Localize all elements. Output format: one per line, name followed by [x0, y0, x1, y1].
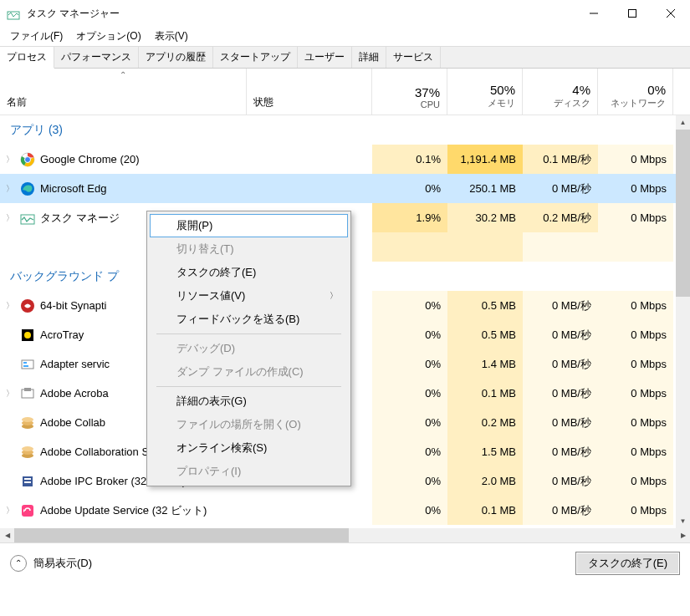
- scroll-down-icon[interactable]: ▼: [676, 514, 690, 528]
- chevron-up-icon: ⌃: [10, 555, 27, 572]
- context-menu-item: ファイルの場所を開く(O): [150, 413, 348, 436]
- process-icon: [20, 474, 35, 489]
- header-cpu[interactable]: 37% CPU: [372, 69, 447, 115]
- tab-users[interactable]: ユーザー: [298, 47, 352, 68]
- header-disk[interactable]: 4% ディスク: [523, 69, 598, 115]
- cpu-cell: 0%: [372, 437, 447, 466]
- header-name-label: 名前: [7, 95, 27, 109]
- menu-options[interactable]: オプション(O): [69, 28, 147, 45]
- tab-performance[interactable]: パフォーマンス: [54, 47, 139, 68]
- context-menu-item[interactable]: オンライン検索(S): [150, 436, 348, 460]
- app-icon: [7, 7, 20, 20]
- process-icon: [20, 415, 35, 430]
- process-icon: [20, 181, 35, 196]
- process-row[interactable]: 〉Google Chrome (20)0.1%1,191.4 MB0.1 MB/…: [0, 145, 676, 174]
- cpu-cell: 0%: [372, 320, 447, 349]
- vertical-scrollbar[interactable]: ▲ ▼: [676, 115, 690, 528]
- horizontal-scrollbar[interactable]: ◀ ▶: [0, 528, 690, 542]
- fewer-details-button[interactable]: ⌃ 簡易表示(D): [10, 555, 92, 572]
- tab-app-history[interactable]: アプリの履歴: [139, 47, 213, 68]
- expand-chevron-icon[interactable]: 〉: [3, 183, 17, 195]
- expand-chevron-icon[interactable]: 〉: [3, 388, 17, 400]
- header-status[interactable]: 状態: [247, 69, 372, 115]
- disk-cell: 0.1 MB/秒: [523, 145, 598, 174]
- expand-chevron-icon[interactable]: 〉: [3, 154, 17, 165]
- context-menu-item: デバッグ(D): [150, 337, 348, 360]
- network-cell: 0 Mbps: [598, 145, 673, 174]
- scroll-thumb[interactable]: [676, 130, 690, 297]
- menu-view[interactable]: 表示(V): [148, 28, 195, 45]
- svg-rect-14: [23, 362, 27, 364]
- process-name: Google Chrome (20): [40, 153, 140, 165]
- svg-rect-17: [24, 388, 31, 391]
- scroll-right-icon[interactable]: ▶: [676, 528, 690, 542]
- header-mem-label: メモリ: [488, 97, 515, 109]
- context-menu-item[interactable]: タスクの終了(E): [150, 261, 348, 284]
- process-name: 64-bit Synapti: [40, 299, 107, 312]
- network-cell: 0 Mbps: [598, 320, 673, 349]
- context-menu-item[interactable]: 展開(P): [150, 214, 348, 237]
- hscroll-thumb[interactable]: [14, 528, 349, 542]
- process-name-cell: 〉Google Chrome (20): [0, 152, 372, 167]
- header-disk-label: ディスク: [554, 97, 590, 109]
- svg-point-7: [25, 156, 31, 162]
- context-menu-item: ダンプ ファイルの作成(C): [150, 360, 348, 384]
- tab-processes[interactable]: プロセス: [0, 47, 54, 69]
- header-mem-pct: 50%: [490, 83, 515, 97]
- memory-cell: 2.0 MB: [447, 466, 523, 496]
- context-menu: 展開(P)切り替え(T)タスクの終了(E)リソース値(V)〉フィードバックを送る…: [146, 211, 351, 486]
- network-cell: 0 Mbps: [598, 291, 673, 320]
- svg-point-12: [24, 332, 31, 339]
- fewer-details-label: 簡易表示(D): [33, 556, 92, 571]
- memory-cell: 1.4 MB: [447, 349, 523, 379]
- end-task-button[interactable]: タスクの終了(E): [575, 552, 680, 575]
- memory-cell: 0.2 MB: [447, 408, 523, 437]
- svg-rect-13: [22, 360, 33, 369]
- menu-file[interactable]: ファイル(F): [3, 28, 69, 45]
- context-menu-item[interactable]: フィードバックを送る(B): [150, 308, 348, 331]
- titlebar: タスク マネージャー: [0, 0, 690, 27]
- header-network[interactable]: 0% ネットワーク: [598, 69, 673, 115]
- context-menu-item[interactable]: 詳細の表示(G): [150, 389, 348, 413]
- process-name-cell: 〉Adobe Update Service (32 ビット): [0, 503, 372, 518]
- memory-cell: 1.5 MB: [447, 437, 523, 466]
- context-menu-label: ファイルの場所を開く(O): [176, 417, 301, 432]
- footer: ⌃ 簡易表示(D) タスクの終了(E): [0, 542, 690, 583]
- process-icon: [20, 211, 35, 226]
- process-row[interactable]: 〉Adobe Update Service (32 ビット)0%0.1 MB0 …: [0, 496, 676, 525]
- group-apps[interactable]: アプリ (3): [0, 115, 676, 145]
- minimize-button[interactable]: [575, 0, 613, 27]
- context-menu-label: デバッグ(D): [176, 341, 235, 356]
- network-cell: 0 Mbps: [598, 437, 673, 466]
- memory-cell: 0.1 MB: [447, 379, 523, 408]
- tab-startup[interactable]: スタートアップ: [213, 47, 298, 68]
- process-name: Adobe Collab: [40, 416, 105, 429]
- tab-details[interactable]: 詳細: [352, 47, 386, 68]
- scroll-left-icon[interactable]: ◀: [0, 528, 14, 542]
- svg-rect-2: [629, 10, 636, 18]
- process-name-cell: 〉Microsoft Edg: [0, 181, 372, 196]
- disk-cell: 0 MB/秒: [523, 496, 598, 525]
- disk-cell: 0 MB/秒: [523, 349, 598, 379]
- process-icon: [20, 298, 35, 313]
- cpu-cell: 0%: [372, 496, 447, 525]
- memory-cell: 0.5 MB: [447, 291, 523, 320]
- process-row[interactable]: 〉Microsoft Edg0%250.1 MB0 MB/秒0 Mbps: [0, 174, 676, 203]
- close-button[interactable]: [652, 0, 690, 27]
- header-memory[interactable]: 50% メモリ: [447, 69, 523, 115]
- scroll-up-icon[interactable]: ▲: [676, 115, 690, 130]
- tab-services[interactable]: サービス: [386, 47, 441, 68]
- expand-chevron-icon[interactable]: 〉: [3, 212, 17, 224]
- header-cpu-pct: 37%: [415, 85, 440, 99]
- expand-chevron-icon[interactable]: 〉: [3, 505, 17, 517]
- svg-rect-26: [24, 481, 31, 483]
- expand-chevron-icon[interactable]: 〉: [3, 300, 17, 312]
- network-cell: 0 Mbps: [598, 203, 673, 232]
- context-menu-item[interactable]: リソース値(V)〉: [150, 284, 348, 308]
- maximize-button[interactable]: [613, 0, 652, 27]
- header-name[interactable]: ⌃ 名前: [0, 69, 247, 115]
- context-menu-label: ダンプ ファイルの作成(C): [176, 364, 304, 379]
- context-menu-label: 切り替え(T): [176, 242, 234, 257]
- svg-point-23: [22, 446, 33, 451]
- network-cell: 0 Mbps: [598, 466, 673, 496]
